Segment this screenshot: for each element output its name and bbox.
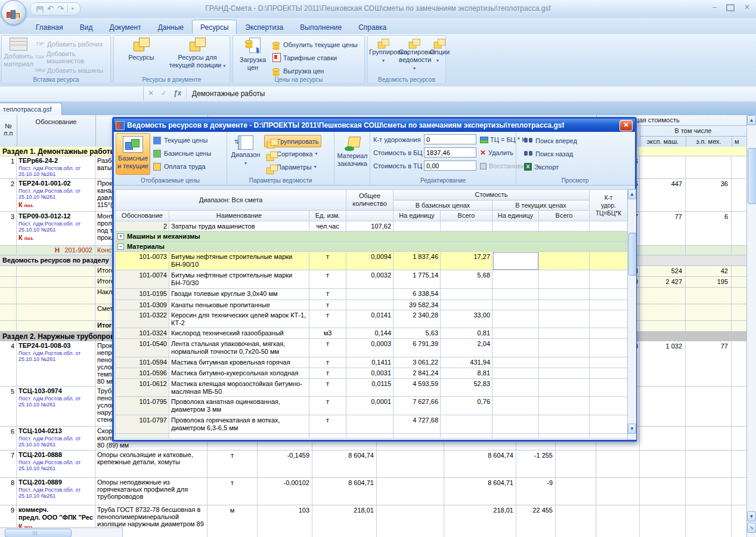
name-cell[interactable]: Затраты труда машинистов <box>169 221 309 232</box>
base-total-cell[interactable]: 52,83 <box>441 379 492 397</box>
base-total-cell[interactable] <box>441 300 492 310</box>
qty-cell[interactable]: 0,0115 <box>346 379 394 397</box>
base-unit-cell[interactable]: 4 593,59 <box>394 379 441 397</box>
expand-icon[interactable]: + <box>117 233 124 240</box>
name-cell[interactable]: Битумы нефтяные строительные марки БН-90… <box>169 252 309 270</box>
maximize-button[interactable] <box>726 4 735 11</box>
resource-row[interactable]: 101-0594 Мастика битумная кровельная гор… <box>116 357 628 368</box>
table-cell[interactable] <box>590 339 628 357</box>
table-cell[interactable] <box>539 379 590 397</box>
qty-header[interactable]: Общееколичество <box>346 190 394 211</box>
save-icon[interactable] <box>36 6 44 13</box>
table-cell[interactable] <box>492 339 539 357</box>
code-cell[interactable]: 101-0594 <box>116 357 169 368</box>
unit-cell[interactable]: т <box>309 379 346 397</box>
base-total-cell[interactable]: 0,81 <box>441 328 492 339</box>
code-cell[interactable]: 101-0309 <box>116 300 169 310</box>
fx-icon[interactable]: ƒx <box>173 89 181 97</box>
dialog-title-bar[interactable]: Ведомость ресурсов в документе - D:\ПРОЕ… <box>114 119 635 132</box>
name-cell[interactable]: Канаты пеньковые пропитанные <box>169 300 309 310</box>
per-unit-header[interactable]: На единицу <box>394 211 441 221</box>
formula-value[interactable]: Демонтажные работы <box>192 90 265 98</box>
code-cell[interactable]: 101-0612 <box>116 379 169 397</box>
unit-cell[interactable]: т <box>309 252 346 270</box>
qty-cell[interactable]: 0,1411 <box>346 357 394 368</box>
unit-cell[interactable]: т <box>309 300 346 310</box>
tab-glavnaya[interactable]: Главная <box>27 20 72 34</box>
base-prices-header[interactable]: В базисных ценах <box>394 200 492 211</box>
table-cell[interactable] <box>492 289 539 300</box>
resources-button[interactable]: Ресурсы <box>122 38 160 61</box>
tariff-rates-button[interactable]: Тарифные ставки <box>272 53 337 63</box>
col-zp-mech-header[interactable]: з.п. мех. <box>686 138 732 145</box>
name-cell[interactable]: Проволока горячекатаная в мотках, диамет… <box>169 415 309 434</box>
resource-row-selected[interactable]: 101-0073 Битумы нефтяные строительные ма… <box>116 252 628 270</box>
base-total-cell[interactable] <box>441 289 492 300</box>
grid-vertical-scrollbar[interactable]: ▲ ▼ ➘ <box>746 115 756 537</box>
qty-cell[interactable]: 0,0031 <box>346 368 394 379</box>
sorting-button[interactable]: Сортировка ▾ <box>264 148 319 159</box>
add-workers-button[interactable]: ТЗР Добавить рабочих <box>35 39 103 49</box>
resource-row[interactable]: 101-0074 Битумы нефтяные строительные ма… <box>116 270 628 289</box>
total-header[interactable]: Всего <box>441 211 492 221</box>
dialog-vertical-scrollbar[interactable]: ▲ ▼ <box>627 189 636 440</box>
cost-header[interactable]: Стоимость <box>394 190 590 200</box>
base-unit-cell[interactable]: 7 627,66 <box>394 397 441 415</box>
code-cell[interactable]: 101-0540 <box>116 339 169 357</box>
cost-tc-input[interactable] <box>424 161 476 171</box>
resource-row[interactable]: 101-0324 Кислород технический газообразн… <box>116 328 628 339</box>
table-cell[interactable] <box>539 289 590 300</box>
base-total-cell[interactable]: 5,68 <box>441 270 492 289</box>
tab-vypolnenie[interactable]: Выполнение <box>292 20 350 34</box>
scroll-page-button[interactable]: ➘ <box>747 523 756 533</box>
base-unit-cell[interactable]: 3 061,22 <box>394 357 441 368</box>
justification-header[interactable]: Обоснование <box>116 211 169 221</box>
unit-cell[interactable]: т <box>309 270 346 289</box>
search-forward-button[interactable]: Поиск вперед <box>522 135 579 146</box>
unload-prices-button[interactable]: Выгрузка цен <box>272 66 324 76</box>
undo-icon[interactable]: ↶ <box>47 4 54 14</box>
code-cell[interactable]: 101-0195 <box>116 289 169 300</box>
resource-row[interactable]: 101-0795 Проволока канатная оцинкованная… <box>116 397 628 415</box>
add-material-button[interactable]: Добавитьматериал <box>3 38 34 68</box>
parameters-button[interactable]: Параметры ▾ <box>264 161 318 172</box>
code-cell[interactable]: 101-0795 <box>116 397 169 415</box>
code-cell[interactable]: 2 <box>116 221 169 232</box>
qty-cell[interactable] <box>346 289 394 300</box>
estimate-row-8[interactable]: 8 ТСЦ-201-0889Пост. Адм.Ростов.обл. от 2… <box>0 478 746 505</box>
resource-row[interactable]: 101-0797 Проволока горячекатаная в мотка… <box>116 415 628 434</box>
unit-cell[interactable]: т <box>309 368 346 379</box>
base-unit-cell[interactable]: 6 791,39 <box>394 339 441 357</box>
dialog-close-button[interactable]: ✕ <box>619 120 633 131</box>
document-tab[interactable]: теплотрасса.gsf ✕ <box>0 103 62 115</box>
unit-cell[interactable]: м3 <box>309 328 346 339</box>
export-button[interactable]: X Экспорт <box>522 161 560 172</box>
qty-cell[interactable] <box>346 415 394 434</box>
unit-cell[interactable]: чел.час <box>309 221 346 232</box>
range-button[interactable]: Диапазон▾ <box>230 135 262 167</box>
table-cell[interactable] <box>590 415 628 434</box>
base-unit-cell[interactable]: 4 727,68 <box>394 415 441 434</box>
close-button[interactable]: ✕ <box>744 3 750 11</box>
table-cell[interactable] <box>539 357 590 368</box>
base-unit-cell[interactable]: 1 837,46 <box>394 252 441 270</box>
unit-cell[interactable]: т <box>309 310 346 328</box>
table-cell[interactable] <box>539 300 590 310</box>
table-cell[interactable] <box>539 368 590 379</box>
table-cell[interactable] <box>492 397 539 415</box>
add-machines-button[interactable]: МАШ Добавить машины <box>35 65 103 75</box>
group-row-machines[interactable]: +Машины и механизмы <box>116 232 628 242</box>
code-cell[interactable]: 101-0596 <box>116 368 169 379</box>
name-cell[interactable]: Гвозди толевые круглые 3,0х40 мм <box>169 289 309 300</box>
scroll-thumb[interactable] <box>5 529 72 537</box>
scroll-thumb[interactable] <box>628 233 636 276</box>
base-total-cell[interactable]: 17,27 <box>441 252 492 270</box>
group-toggle-button[interactable]: Группировать <box>264 135 321 147</box>
cost-bc-input[interactable] <box>424 147 476 158</box>
customize-qat-icon[interactable]: ▾ <box>72 4 74 14</box>
unit-header[interactable]: Ед. изм. <box>309 211 346 221</box>
name-cell[interactable]: Проволока канатная оцинкованная, диаметр… <box>169 397 309 415</box>
cancel-icon[interactable]: ✕ <box>148 89 154 97</box>
name-cell[interactable]: Мастика битумно-кукерсольная холодная <box>169 368 309 379</box>
code-cell[interactable]: 101-0797 <box>116 415 169 434</box>
